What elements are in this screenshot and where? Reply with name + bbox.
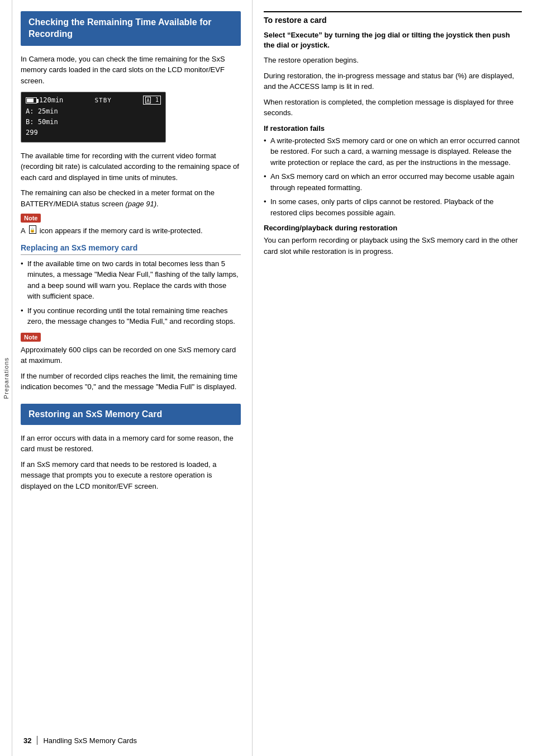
- note2-para2: If the number of recorded clips reaches …: [21, 371, 241, 393]
- if-fails-bullet1: A write-protected SxS memory card or one…: [264, 135, 522, 168]
- note2-block: Note Approximately 600 clips can be reco…: [21, 333, 241, 393]
- restoring-para2: If an SxS memory card that needs to be r…: [21, 459, 241, 492]
- restore-body3: When restoration is completed, the compl…: [264, 97, 522, 119]
- main-body1: The available time for recording with th…: [21, 150, 241, 183]
- recording-playback-heading: Recording/playback during restoration: [264, 224, 522, 232]
- battery-icon: [26, 97, 37, 103]
- restoring-para1: If an error occurs with data in a memory…: [21, 433, 241, 455]
- main-intro: In Camera mode, you can check the time r…: [21, 54, 241, 87]
- if-fails-bullet3: In some cases, only parts of clips canno…: [264, 196, 522, 218]
- restore-body2: During restoration, the in-progress mess…: [264, 70, 522, 92]
- sidebar: Preparations: [0, 0, 12, 756]
- footer-text: Handling SxS Memory Cards: [43, 736, 137, 745]
- note1-block: Note A 🔒 icon appears if the memory card…: [21, 214, 241, 237]
- main-section-title-box: Checking the Remaining Time Available fo…: [21, 11, 241, 46]
- replacing-bullet1: If the available time on two cards in to…: [21, 258, 241, 302]
- recording-playback-body: You can perform recording or playback us…: [264, 235, 522, 257]
- note1-prefix: A: [21, 225, 26, 237]
- lcd-slot-a: A: 25min: [26, 106, 161, 117]
- lcd-battery: 120min: [26, 96, 63, 104]
- lcd-slots: A: 25min B: 50min 299: [26, 106, 161, 139]
- lcd-card-slot: A 1: [143, 96, 161, 105]
- footer: 32 Handling SxS Memory Cards: [12, 736, 533, 745]
- if-fails-heading: If restoration fails: [264, 124, 522, 133]
- select-execute-heading: Select “Execute” by turning the jog dial…: [264, 30, 522, 50]
- restore-body1: The restore operation begins.: [264, 55, 522, 66]
- replacing-bullet2: If you continue recording until the tota…: [21, 305, 241, 327]
- replacing-heading: Replacing an SxS memory card: [21, 243, 241, 255]
- replacing-bullet-list: If the available time on two cards in to…: [21, 258, 241, 327]
- note1-content: A 🔒 icon appears if the memory card is w…: [21, 225, 241, 237]
- left-column: Checking the Remaining Time Available fo…: [12, 0, 253, 756]
- restoring-title: Restoring an SxS Memory Card: [28, 409, 233, 419]
- restoring-title-box: Restoring an SxS Memory Card: [21, 404, 241, 425]
- lcd-screen: 120min STBY A 1 A: 25min B: 50min 299: [21, 92, 166, 143]
- main-section-title: Checking the Remaining Time Available fo…: [28, 17, 233, 40]
- page-number: 32: [23, 736, 31, 745]
- lcd-battery-time: 120min: [39, 96, 63, 104]
- restore-card-title: To restore a card: [264, 16, 522, 25]
- write-protect-icon: 🔒: [29, 225, 36, 234]
- lcd-stby: STBY: [94, 97, 112, 104]
- sidebar-label: Preparations: [3, 357, 9, 399]
- note1-label: Note: [21, 214, 41, 223]
- lcd-slot-b: B: 50min: [26, 117, 161, 127]
- if-fails-list: A write-protected SxS memory card or one…: [264, 135, 522, 219]
- main-body2: The remaining can also be checked in a m…: [21, 187, 241, 209]
- note2-label: Note: [21, 333, 41, 342]
- footer-divider: [37, 736, 37, 745]
- note1-text: icon appears if the memory card is write…: [40, 225, 203, 237]
- if-fails-bullet2: An SxS memory card on which an error occ…: [264, 171, 522, 193]
- restore-card-title-box: To restore a card: [264, 11, 522, 25]
- note2-para1: Approximately 600 clips can be recorded …: [21, 344, 241, 366]
- right-column: To restore a card Select “Execute” by tu…: [253, 0, 533, 756]
- lcd-slot-c: 299: [26, 127, 161, 138]
